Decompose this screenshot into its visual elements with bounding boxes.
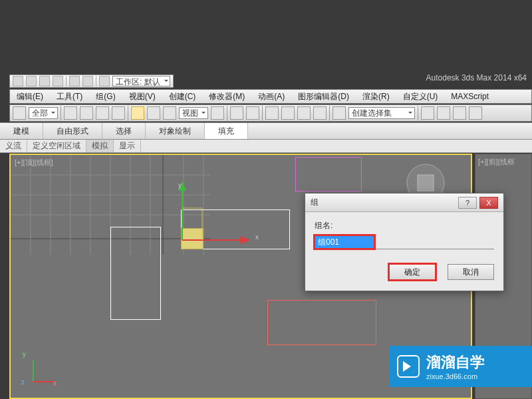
menu-animation[interactable]: 动画(A) (251, 91, 291, 102)
separator (66, 76, 66, 86)
app-icon[interactable] (13, 76, 23, 86)
ribbon-tabs: 建模 自由形式 选择 对象绘制 填充 (0, 122, 532, 140)
selection-corner-box (181, 228, 203, 249)
dialog-titlebar[interactable]: 组 ? X (305, 194, 503, 212)
scene-rectangle-magenta[interactable] (295, 157, 362, 192)
separator (227, 106, 227, 120)
ribbon-tab-modeling[interactable]: 建模 (0, 123, 43, 139)
separator (61, 106, 61, 120)
watermark: 溜溜自学 zixue.3d66.com (389, 346, 532, 387)
menu-create[interactable]: 创建(C) (162, 91, 203, 102)
undo-icon[interactable] (69, 76, 80, 86)
menu-modifiers[interactable]: 修改器(M) (202, 91, 251, 102)
svg-rect-41 (418, 175, 434, 191)
workspace-combo[interactable]: 工作区: 默认 (112, 76, 170, 86)
menu-view[interactable]: 视图(V) (122, 91, 162, 102)
redo-icon[interactable] (82, 76, 93, 86)
play-icon (397, 355, 420, 378)
subtab-simulate[interactable]: 模拟 (86, 140, 114, 152)
save-icon[interactable] (53, 76, 63, 86)
menu-tools[interactable]: 工具(T) (50, 91, 89, 102)
percent-snap-button[interactable] (297, 106, 311, 120)
layers-button[interactable] (453, 106, 466, 120)
ribbon-tab-object-paint[interactable]: 对象绘制 (146, 123, 205, 139)
group-name-input[interactable] (315, 235, 374, 249)
menu-maxscript[interactable]: MAXScript (444, 92, 495, 101)
manipulate-button[interactable] (230, 106, 243, 120)
menu-edit[interactable]: 编辑(E) (10, 91, 50, 102)
separator (262, 106, 263, 120)
select-name-button[interactable] (80, 106, 93, 120)
menubar: 编辑(E) 工具(T) 组(G) 视图(V) 创建(C) 修改器(M) 动画(A… (9, 89, 532, 104)
cancel-button[interactable]: 取消 (448, 264, 494, 280)
separator (418, 106, 418, 120)
select-button[interactable] (64, 106, 77, 120)
new-icon[interactable] (26, 76, 37, 86)
open-icon[interactable] (39, 76, 50, 86)
group-name-label: 组名: (315, 220, 494, 231)
named-selection-combo[interactable]: 创建选择集 (348, 107, 415, 119)
close-button[interactable]: X (479, 197, 498, 209)
viewport-label-front[interactable]: [+][前][线框 (475, 154, 531, 170)
menu-render[interactable]: 渲染(R) (356, 91, 396, 102)
menu-customize[interactable]: 自定义(U) (396, 91, 445, 102)
ribbon-panels: 义流 定义空闲区域 模拟 显示 (0, 140, 532, 153)
ribbon-tab-freeform[interactable]: 自由形式 (43, 123, 102, 139)
link-icon[interactable] (99, 76, 110, 86)
axis-label-z-corner: z (21, 378, 25, 386)
window-crossing-button[interactable] (112, 106, 125, 120)
separator (96, 76, 96, 86)
dialog-body: 组名: 确定 取消 (305, 212, 503, 291)
dialog-title-text: 组 (311, 197, 456, 208)
pivot-button[interactable] (211, 106, 224, 120)
mirror-button[interactable] (421, 106, 434, 120)
axis-label-y-corner: y (23, 350, 26, 358)
menu-graph-editors[interactable]: 图形编辑器(D) (291, 91, 356, 102)
watermark-brand: 溜溜自学 (426, 352, 485, 372)
selection-filter-combo[interactable]: 全部 (29, 107, 58, 119)
rotate-button[interactable] (147, 106, 160, 120)
scene-rectangle-coral[interactable] (267, 300, 376, 345)
named-selection-edit-button[interactable] (332, 106, 346, 120)
keyboard-shortcut-button[interactable] (246, 106, 259, 120)
subtab-display[interactable]: 显示 (114, 140, 141, 152)
scale-button[interactable] (163, 106, 176, 120)
group-dialog: 组 ? X 组名: 确定 取消 (305, 193, 504, 291)
curve-editor-button[interactable] (469, 106, 482, 120)
align-button[interactable] (437, 106, 450, 120)
watermark-url: zixue.3d66.com (426, 372, 485, 380)
separator (329, 106, 330, 120)
axis-label-x: x (255, 233, 259, 241)
scene-rectangle-selected-1[interactable] (110, 227, 161, 320)
app-title: Autodesk 3ds Max 2014 x64 (426, 73, 527, 82)
snap-button[interactable] (265, 106, 279, 120)
ok-button[interactable]: 确定 (389, 264, 436, 280)
ribbon-tab-populate[interactable]: 填充 (205, 123, 248, 139)
subtab-flow[interactable]: 义流 (0, 140, 27, 152)
quick-access-toolbar: 工作区: 默认 (9, 74, 174, 88)
undo-button[interactable] (13, 106, 26, 120)
help-button[interactable]: ? (458, 197, 477, 209)
viewport-label[interactable]: [+][顶][线框] (15, 158, 53, 168)
axis-label-x-corner: x (53, 380, 57, 387)
axis-label-y: y (178, 182, 182, 189)
spinner-snap-button[interactable] (313, 106, 327, 120)
ribbon-tab-selection[interactable]: 选择 (102, 123, 146, 139)
separator (128, 106, 128, 120)
subtab-idle-area[interactable]: 定义空闲区域 (27, 140, 86, 152)
select-region-button[interactable] (96, 106, 109, 120)
main-toolbar: 全部 视图 创建选择集 (9, 104, 532, 122)
move-button[interactable] (131, 106, 144, 120)
world-axis-tripod (24, 351, 64, 391)
menu-group[interactable]: 组(G) (89, 91, 122, 102)
ref-coord-combo[interactable]: 视图 (179, 107, 208, 119)
angle-snap-button[interactable] (281, 106, 295, 120)
